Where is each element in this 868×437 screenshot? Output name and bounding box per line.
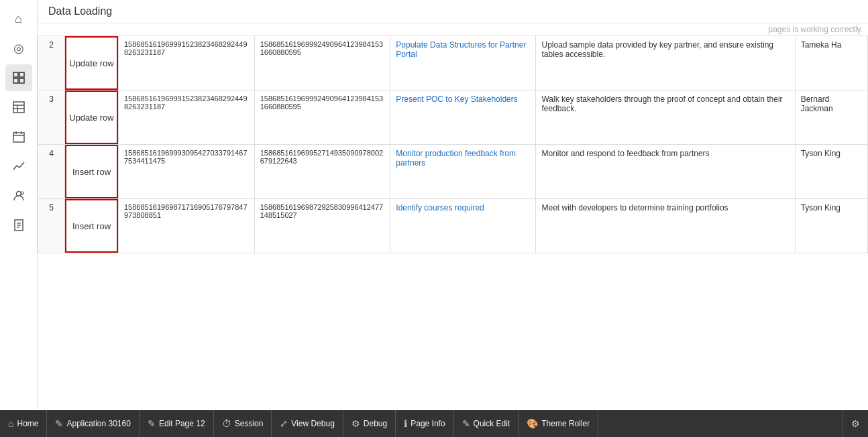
- svg-rect-8: [13, 133, 24, 142]
- row-number: 3: [38, 90, 65, 145]
- desc-cell: Meet with developers to determine traini…: [536, 199, 795, 253]
- toolbar-view-debug-label: View Debug: [291, 419, 335, 428]
- task-cell: Monitor production feedback from partner…: [390, 145, 536, 199]
- row-number: 4: [38, 145, 65, 199]
- debug-icon: ⚙: [351, 418, 360, 429]
- content-area: Data Loading pages is working correctly.…: [38, 0, 868, 410]
- desc-cell: Walk key stakeholders through the proof …: [536, 90, 795, 145]
- action-box[interactable]: Insert row: [65, 199, 118, 253]
- table-row: 4 Insert row 158685161969993095427033791…: [38, 145, 868, 199]
- sidebar-item-document[interactable]: [5, 212, 32, 239]
- data-table: 2 Update row 158685161969991523823468292…: [38, 36, 868, 253]
- sidebar-item-home[interactable]: ⌂: [5, 5, 32, 32]
- home-icon: ⌂: [8, 418, 13, 429]
- sidebar-item-calendar[interactable]: [5, 123, 32, 150]
- action-cell[interactable]: Insert row: [65, 145, 119, 199]
- col1-cell: 158685161969991523823468292449826323118​…: [119, 36, 255, 90]
- svg-rect-0: [13, 72, 18, 77]
- quick-edit-icon: ✎: [462, 418, 470, 429]
- toolbar-edit-page[interactable]: ✎ Edit Page 12: [140, 410, 214, 437]
- toolbar-theme-roller[interactable]: 🎨 Theme Roller: [519, 410, 598, 437]
- edit-page-icon: ✎: [148, 418, 156, 429]
- theme-roller-icon: 🎨: [527, 418, 538, 429]
- svg-rect-4: [13, 102, 24, 113]
- svg-rect-2: [13, 78, 18, 83]
- table-row: 5 Insert row 158685161969871716905176797…: [38, 199, 868, 253]
- task-cell: Populate Data Structures for Partner Por…: [390, 36, 536, 90]
- person-cell: Tyson King: [795, 145, 867, 199]
- sidebar-item-table[interactable]: [5, 94, 32, 121]
- sidebar-item-grid[interactable]: [5, 64, 32, 91]
- toolbar-home-label: Home: [17, 419, 38, 428]
- person-cell: Tyson King: [795, 199, 867, 253]
- toolbar-page-info-label: Page Info: [411, 419, 445, 428]
- toolbar-settings[interactable]: ⚙: [843, 410, 868, 437]
- edit-icon: ✎: [55, 418, 63, 429]
- sidebar: ⌂ ◎: [0, 0, 38, 410]
- svg-rect-3: [19, 78, 24, 83]
- toolbar-theme-roller-label: Theme Roller: [541, 419, 590, 428]
- col1-cell: 158685161969991523823468292449826323118​…: [119, 90, 255, 145]
- toolbar-session-label: Session: [235, 419, 264, 428]
- row-number: 5: [38, 199, 65, 253]
- toolbar-application-label: Application 30160: [66, 419, 130, 428]
- toolbar-session[interactable]: ⏱ Session: [214, 410, 272, 437]
- sidebar-item-analytics[interactable]: [5, 153, 32, 180]
- action-cell[interactable]: Update row: [65, 90, 119, 145]
- svg-rect-1: [19, 72, 24, 77]
- action-box[interactable]: Update row: [65, 90, 118, 144]
- toolbar-view-debug[interactable]: ⤢ View Debug: [272, 410, 343, 437]
- task-cell: Present POC to Key Stakeholders: [390, 90, 536, 145]
- table-row: 3 Update row 158685161969991523823468292…: [38, 90, 868, 145]
- col2-cell: 158685161969992490964123984153166088059​…: [254, 90, 390, 145]
- toolbar-debug-label: Debug: [364, 419, 387, 428]
- action-cell[interactable]: Insert row: [65, 199, 119, 253]
- table-row: 2 Update row 158685161969991523823468292…: [38, 36, 868, 90]
- bottom-toolbar: ⌂ Home ✎ Application 30160 ✎ Edit Page 1…: [0, 410, 868, 437]
- toolbar-page-info[interactable]: ℹ Page Info: [396, 410, 453, 437]
- page-info-icon: ℹ: [404, 418, 407, 429]
- row-number: 2: [38, 36, 65, 90]
- toolbar-debug[interactable]: ⚙ Debug: [343, 410, 396, 437]
- desc-cell: Upload sample data provided by key partn…: [536, 36, 795, 90]
- col2-cell: 158685161969992490964123984153166088059​…: [254, 36, 390, 90]
- session-icon: ⏱: [222, 418, 231, 429]
- action-cell[interactable]: Update row: [65, 36, 119, 90]
- settings-icon: ⚙: [851, 418, 860, 429]
- overflow-text: pages is working correctly.: [38, 23, 868, 36]
- desc-cell: Monitor and respond to feedback from par…: [536, 145, 795, 199]
- col1-cell: 158685161969993095427033791467753441147​…: [119, 145, 255, 199]
- toolbar-application[interactable]: ✎ Application 30160: [47, 410, 139, 437]
- action-box[interactable]: Update row: [65, 36, 118, 90]
- table-container[interactable]: pages is working correctly. 2 Update row…: [38, 23, 868, 410]
- toolbar-edit-page-label: Edit Page 12: [159, 419, 205, 428]
- col1-cell: 158685161969871716905176797847973808851: [119, 199, 255, 253]
- sidebar-item-people[interactable]: [5, 182, 32, 209]
- view-debug-icon: ⤢: [280, 418, 288, 429]
- toolbar-quick-edit[interactable]: ✎ Quick Edit: [454, 410, 519, 437]
- person-cell: Bernard Jackman: [795, 90, 867, 145]
- task-cell: Identify courses required: [390, 199, 536, 253]
- action-box[interactable]: Insert row: [65, 145, 118, 198]
- col2-cell: 158685161969952714935090978002679122643: [254, 145, 390, 199]
- person-cell: Tameka Ha: [795, 36, 867, 90]
- col2-cell: 158685161969872925830996412477148515027: [254, 199, 390, 253]
- sidebar-item-chart[interactable]: ◎: [5, 35, 32, 62]
- page-title: Data Loading: [38, 0, 868, 23]
- toolbar-home[interactable]: ⌂ Home: [0, 410, 47, 437]
- toolbar-quick-edit-label: Quick Edit: [474, 419, 510, 428]
